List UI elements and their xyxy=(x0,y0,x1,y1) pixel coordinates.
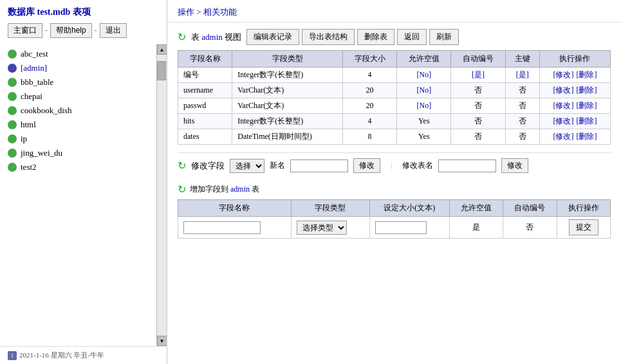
column-header: 允许空值 xyxy=(397,51,451,68)
sidebar-item-label: abc_test xyxy=(21,49,48,59)
field-type-cell: Integer数字(长整型) xyxy=(232,68,343,83)
toolbar-button[interactable]: 导出表结构 xyxy=(302,29,355,45)
calendar-icon: 1 xyxy=(8,351,17,360)
field-name-cell: username xyxy=(178,83,232,98)
field-auto-cell: 否 xyxy=(451,114,505,129)
toolbar-button[interactable]: 刷新 xyxy=(429,29,459,45)
column-header: 自动编号 xyxy=(451,51,505,68)
sidebar-header: 数据库 test.mdb 表项 主窗口 - 帮助help - 退出 xyxy=(0,0,167,44)
field-type-cell: DateTime(日期时间型) xyxy=(232,129,343,145)
field-primary-cell: 否 xyxy=(505,114,539,129)
sidebar-item[interactable]: bbb_table xyxy=(0,75,156,89)
field-ops-cell: [修改][删除] xyxy=(539,98,610,114)
field-auto-cell: 否 xyxy=(451,98,505,114)
add-column-header: 执行操作 xyxy=(557,200,610,217)
modify-op-link[interactable]: [修改] xyxy=(553,116,573,125)
breadcrumb: 操作 > 相关功能 xyxy=(178,6,611,18)
column-header: 字段大小 xyxy=(343,51,397,68)
column-header: 主键 xyxy=(505,51,539,68)
modify-op-link[interactable]: [修改] xyxy=(553,132,573,141)
toolbar-button[interactable]: 编辑表记录 xyxy=(246,29,299,45)
arrow-icon xyxy=(8,120,17,129)
scroll-track xyxy=(157,55,167,336)
field-nullable-cell: [No] xyxy=(397,98,451,114)
delete-op-link[interactable]: [删除] xyxy=(576,101,597,110)
table-row: hitsInteger数字(长整型)4Yes否否[修改][删除] xyxy=(178,114,611,129)
arrow-icon xyxy=(8,106,17,115)
table-row: usernameVarChar(文本)20[No]否否[修改][删除] xyxy=(178,83,611,98)
add-field-submit-cell: 提交 xyxy=(557,217,610,239)
arrow-icon xyxy=(8,64,17,73)
sidebar-buttons: 主窗口 - 帮助help - 退出 xyxy=(8,23,159,38)
delete-op-link[interactable]: [删除] xyxy=(576,86,597,95)
sidebar-item[interactable]: chepai xyxy=(0,89,156,104)
field-auto-cell: 否 xyxy=(451,83,505,98)
scroll-thumb[interactable] xyxy=(157,61,166,80)
sidebar-list-wrapper: abc_test[admin]bbb_tablechepaicookbook_d… xyxy=(0,44,167,346)
modify-op-link[interactable]: [修改] xyxy=(553,70,573,79)
logout-button[interactable]: 退出 xyxy=(100,23,127,38)
sidebar: 数据库 test.mdb 表项 主窗口 - 帮助help - 退出 abc_te… xyxy=(0,0,167,364)
arrow-icon xyxy=(8,78,17,87)
field-primary-cell: [是] xyxy=(505,68,539,83)
rename-table-input[interactable] xyxy=(438,159,496,172)
add-field-submit-button[interactable]: 提交 xyxy=(569,219,598,235)
toolbar-button[interactable]: 返回 xyxy=(397,29,427,45)
field-type-cell: Integer数字(长整型) xyxy=(232,114,343,129)
add-field-size-cell xyxy=(369,217,449,239)
field-nullable-cell: Yes xyxy=(397,129,451,145)
add-suffix: 表 xyxy=(252,185,259,194)
modify-op-link[interactable]: [修改] xyxy=(553,101,573,110)
field-type-cell: VarChar(文本) xyxy=(232,98,343,114)
add-column-header: 字段类型 xyxy=(291,200,369,217)
refresh-arrow-icon: ↻ xyxy=(178,31,186,43)
add-section-header: ↻ 增加字段到 admin 表 xyxy=(178,183,611,196)
add-title: 增加字段到 admin 表 xyxy=(190,184,259,195)
scroll-up-button[interactable]: ▲ xyxy=(157,44,167,55)
modify-section: ↻ 修改字段 选择 新名 修改 | 修改表名 修改 xyxy=(178,152,611,178)
sidebar-item[interactable]: test2 xyxy=(0,160,156,174)
sidebar-item[interactable]: abc_test xyxy=(0,47,156,61)
scroll-down-button[interactable]: ▼ xyxy=(157,336,167,346)
sidebar-item[interactable]: ip xyxy=(0,132,156,146)
main-content: 操作 > 相关功能 ↻ 表 admin 视图 编辑表记录导出表结构删除表返回刷新… xyxy=(167,0,621,364)
modify-op-link[interactable]: [修改] xyxy=(553,86,573,95)
modify-field-button[interactable]: 修改 xyxy=(353,158,380,173)
field-size-cell: 4 xyxy=(343,68,397,83)
column-header: 执行操作 xyxy=(539,51,610,68)
add-prefix: 增加字段到 xyxy=(190,185,228,194)
sidebar-item[interactable]: cookbook_dish xyxy=(0,104,156,118)
sidebar-item[interactable]: html xyxy=(0,118,156,132)
field-size-cell: 4 xyxy=(343,114,397,129)
help-button[interactable]: 帮助help xyxy=(50,23,92,38)
add-field-size-input[interactable] xyxy=(375,221,427,234)
arrow-icon xyxy=(8,92,17,101)
add-field-row: 选择类型 是 否 提交 xyxy=(178,217,611,239)
sidebar-item-label: cookbook_dish xyxy=(21,105,71,116)
main-window-button[interactable]: 主窗口 xyxy=(8,23,42,38)
rename-table-button[interactable]: 修改 xyxy=(501,158,528,173)
add-column-header: 自动编号 xyxy=(503,200,557,217)
column-header: 字段类型 xyxy=(232,51,343,68)
fields-table: 字段名称字段类型字段大小允许空值自动编号主键执行操作 编号Integer数字(长… xyxy=(178,50,611,145)
delete-op-link[interactable]: [删除] xyxy=(576,70,597,79)
sidebar-item-label: bbb_table xyxy=(21,77,53,87)
field-auto-cell: 否 xyxy=(451,129,505,145)
sidebar-list: abc_test[admin]bbb_tablechepaicookbook_d… xyxy=(0,44,156,346)
arrow-icon xyxy=(8,163,17,172)
arrow-icon xyxy=(8,149,17,158)
delete-op-link[interactable]: [删除] xyxy=(576,116,597,125)
delete-op-link[interactable]: [删除] xyxy=(576,132,597,141)
table-section-title: 表 admin 视图 xyxy=(191,32,241,43)
sidebar-item[interactable]: jing_wei_du xyxy=(0,146,156,160)
add-field-name-cell xyxy=(178,217,292,239)
toolbar-button[interactable]: 删除表 xyxy=(357,29,394,45)
add-field-name-input[interactable] xyxy=(183,221,261,234)
add-field-type-select[interactable]: 选择类型 xyxy=(297,221,347,235)
field-name-cell: 编号 xyxy=(178,68,232,83)
sidebar-item[interactable]: [admin] xyxy=(0,61,156,75)
add-field-auto-value: 否 xyxy=(526,223,533,232)
field-ops-cell: [修改][删除] xyxy=(539,114,610,129)
new-name-input[interactable] xyxy=(290,159,348,172)
modify-field-select[interactable]: 选择 xyxy=(230,159,264,173)
